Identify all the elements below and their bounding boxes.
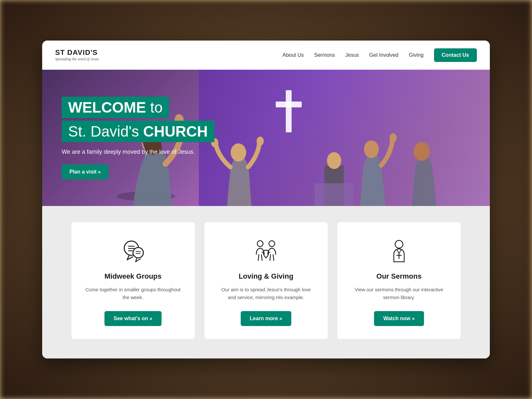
logo-title: ST DAVID'S <box>55 48 99 57</box>
hero-title-box-2: St. David's CHURCH <box>62 121 214 142</box>
svg-point-7 <box>390 133 397 142</box>
hero-welcome-text: WELCOME to <box>68 99 163 116</box>
people-love-icon <box>253 238 279 264</box>
svg-line-24 <box>273 255 274 260</box>
svg-point-10 <box>327 152 341 169</box>
navbar: ST DAVID'S Spreading the word of Jesus A… <box>42 41 490 70</box>
card-midweek-desc: Come together in smaller groups througho… <box>84 286 182 301</box>
svg-point-25 <box>395 240 403 248</box>
see-whats-on-button[interactable]: See what's on » <box>104 311 161 326</box>
svg-line-22 <box>261 255 262 260</box>
cards-section: Midweek Groups Come together in smaller … <box>42 206 490 358</box>
card-sermons-title: Our Sermons <box>376 272 421 281</box>
nav-jesus[interactable]: Jesus <box>345 52 359 58</box>
svg-point-16 <box>133 248 143 258</box>
svg-line-21 <box>258 255 259 260</box>
svg-point-8 <box>414 142 430 161</box>
card-sermons-desc: View our sermons through our interactive… <box>350 286 448 301</box>
nav-about[interactable]: About Us <box>283 52 304 58</box>
logo[interactable]: ST DAVID'S Spreading the word of Jesus <box>55 48 99 62</box>
hero-title-box-1: WELCOME to <box>62 97 169 118</box>
logo-subtitle: Spreading the word of Jesus <box>55 57 99 62</box>
svg-point-5 <box>257 137 264 146</box>
nav-links: About Us Sermons Jesus Get Involved Givi… <box>283 48 477 62</box>
hero-subtitle: We are a family deeply moved by the love… <box>62 149 214 155</box>
nav-sermons[interactable]: Sermons <box>314 52 335 58</box>
hero-section: WELCOME to St. David's CHURCH We are a f… <box>42 70 490 206</box>
svg-point-20 <box>269 241 275 247</box>
svg-rect-11 <box>315 183 354 206</box>
card-midweek-title: Midweek Groups <box>104 272 162 281</box>
svg-line-23 <box>270 255 271 260</box>
card-loving-title: Loving & Giving <box>239 272 294 281</box>
contact-us-button[interactable]: Contact Us <box>434 48 477 62</box>
plan-visit-button[interactable]: Plan a visit » <box>62 164 109 179</box>
card-loving-desc: Our aim is to spread Jesus's through lov… <box>217 286 315 301</box>
preacher-icon <box>386 238 412 264</box>
watch-now-button[interactable]: Watch now » <box>374 311 424 326</box>
hero-church-text: St. David's CHURCH <box>68 123 208 140</box>
chat-groups-icon <box>120 238 146 264</box>
svg-point-19 <box>257 241 263 247</box>
card-loving-giving: Loving & Giving Our aim is to spread Jes… <box>204 222 328 339</box>
browser-window: ST DAVID'S Spreading the word of Jesus A… <box>42 41 490 358</box>
hero-content: WELCOME to St. David's CHURCH We are a f… <box>42 97 234 179</box>
nav-giving[interactable]: Giving <box>409 52 423 58</box>
card-midweek: Midweek Groups Come together in smaller … <box>71 222 195 339</box>
svg-point-6 <box>364 140 379 158</box>
nav-get-involved[interactable]: Get Involved <box>369 52 398 58</box>
card-sermons: Our Sermons View our sermons through our… <box>337 222 461 339</box>
learn-more-button[interactable]: Learn more » <box>241 311 291 326</box>
